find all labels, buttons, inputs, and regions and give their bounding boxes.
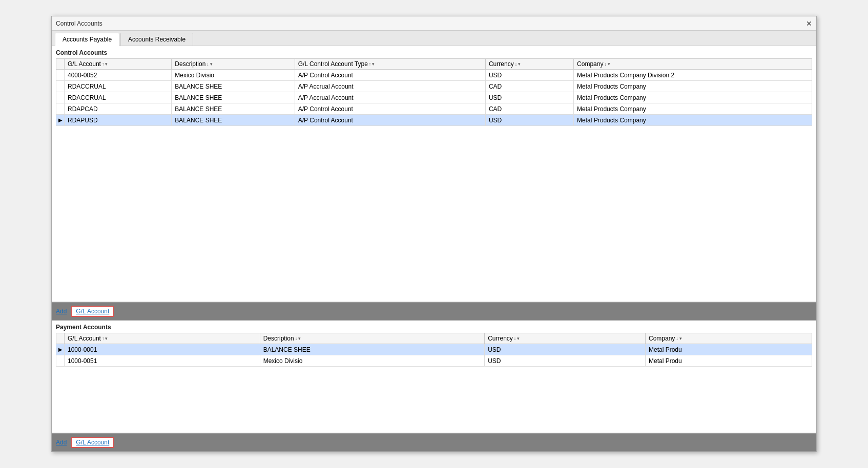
control-accounts-row[interactable]: RDACCRUAL BALANCE SHEE A/P Accrual Accou… (56, 92, 812, 103)
tab-accounts-receivable[interactable]: Accounts Receivable (120, 33, 193, 46)
control-accounts-section: Control Accounts G/L Account ↑ ▾ (52, 46, 816, 302)
pay-col-header-description[interactable]: Description ↓ ▾ (260, 333, 484, 344)
payment-gl-account-button[interactable]: G/L Account (71, 437, 114, 448)
filter-description-icon: ▾ (210, 61, 213, 67)
pay-sort-description-icon: ↓ (295, 336, 298, 341)
cell-description: Mexico Divisio (260, 355, 484, 367)
row-indicator: ▶ (56, 115, 65, 126)
pay-filter-gl-account-icon: ▾ (105, 336, 108, 341)
row-indicator: ▶ (56, 344, 65, 355)
sort-type-icon: ↑ (369, 61, 371, 67)
cell-company: Metal Products Company Division 2 (574, 70, 812, 81)
row-indicator (56, 355, 65, 367)
cell-type: A/P Accrual Account (295, 92, 485, 103)
row-indicator (56, 70, 65, 81)
cell-type: A/P Control Account (295, 115, 485, 126)
window-title: Control Accounts (56, 20, 102, 27)
control-gl-account-button[interactable]: G/L Account (71, 306, 114, 317)
cell-gl-account: RDACCRUAL (65, 81, 172, 92)
payment-accounts-grid[interactable]: G/L Account ↑ ▾ Description ↓ ▾ (52, 333, 816, 433)
control-add-button[interactable]: Add (56, 308, 67, 315)
control-accounts-toolbar: Add G/L Account (52, 302, 816, 321)
pay-col-header-indicator (56, 333, 65, 344)
payment-accounts-row[interactable]: ▶ 1000-0001 BALANCE SHEE USD Metal Produ (56, 344, 812, 355)
cell-description: BALANCE SHEE (172, 103, 295, 115)
cell-type: A/P Control Account (295, 103, 485, 115)
tab-bar: Accounts Payable Accounts Receivable (52, 31, 816, 46)
filter-gl-account-icon: ▾ (105, 61, 108, 67)
control-accounts-row[interactable]: RDACCRUAL BALANCE SHEE A/P Accrual Accou… (56, 81, 812, 92)
cell-type: A/P Accrual Account (295, 81, 485, 92)
cell-description: BALANCE SHEE (260, 344, 484, 355)
row-indicator (56, 81, 65, 92)
filter-company-icon: ▾ (608, 61, 610, 67)
main-window: Control Accounts ✕ Accounts Payable Acco… (51, 16, 817, 452)
col-header-type[interactable]: G/L Control Account Type ↑ ▾ (295, 59, 485, 70)
sort-company-icon: ↓ (604, 61, 607, 67)
cell-currency: USD (485, 92, 573, 103)
cell-company: Metal Produ (645, 355, 812, 367)
sort-currency-icon: ↓ (515, 61, 518, 67)
cell-currency: USD (485, 355, 646, 367)
pay-col-header-company[interactable]: Company ↓ ▾ (645, 333, 812, 344)
cell-currency: USD (485, 344, 646, 355)
col-header-currency[interactable]: Currency ↓ ▾ (485, 59, 573, 70)
pay-filter-company-icon: ▾ (679, 336, 682, 341)
cell-gl-account: RDAPCAD (65, 103, 172, 115)
row-indicator (56, 92, 65, 103)
pay-sort-gl-account-icon: ↑ (102, 336, 105, 341)
col-header-company[interactable]: Company ↓ ▾ (574, 59, 812, 70)
payment-accounts-title: Payment Accounts (52, 321, 816, 333)
pay-filter-description-icon: ▾ (298, 336, 301, 341)
cell-gl-account: 4000-0052 (65, 70, 172, 81)
cell-description: Mexico Divisio (172, 70, 295, 81)
cell-currency: CAD (485, 103, 573, 115)
cell-company: Metal Produ (645, 344, 812, 355)
cell-currency: USD (485, 70, 573, 81)
payment-accounts-section: Payment Accounts G/L Account ↑ ▾ (52, 321, 816, 433)
filter-currency-icon: ▾ (518, 61, 521, 67)
control-accounts-title: Control Accounts (52, 46, 816, 58)
payment-add-button[interactable]: Add (56, 439, 67, 446)
row-indicator (56, 103, 65, 115)
sort-description-icon: ↓ (206, 61, 209, 67)
cell-gl-account: 1000-0051 (65, 355, 260, 367)
content-area: Control Accounts G/L Account ↑ ▾ (52, 46, 816, 452)
pay-sort-currency-icon: ↓ (514, 336, 516, 341)
cell-company: Metal Products Company (574, 115, 812, 126)
col-header-gl-account[interactable]: G/L Account ↑ ▾ (65, 59, 172, 70)
cell-gl-account: RDACCRUAL (65, 92, 172, 103)
cell-description: BALANCE SHEE (172, 81, 295, 92)
title-bar: Control Accounts ✕ (52, 16, 816, 31)
cell-type: A/P Control Account (295, 70, 485, 81)
control-accounts-table: G/L Account ↑ ▾ Description ↓ ▾ (56, 58, 812, 126)
cell-company: Metal Products Company (574, 92, 812, 103)
payment-accounts-row[interactable]: 1000-0051 Mexico Divisio USD Metal Produ (56, 355, 812, 367)
pay-sort-company-icon: ↓ (676, 336, 678, 341)
col-header-indicator (56, 59, 65, 70)
col-header-description[interactable]: Description ↓ ▾ (172, 59, 295, 70)
cell-currency: CAD (485, 81, 573, 92)
cell-description: BALANCE SHEE (172, 115, 295, 126)
pay-col-header-currency[interactable]: Currency ↓ ▾ (485, 333, 646, 344)
cell-gl-account: RDAPUSD (65, 115, 172, 126)
control-accounts-row[interactable]: 4000-0052 Mexico Divisio A/P Control Acc… (56, 70, 812, 81)
cell-description: BALANCE SHEE (172, 92, 295, 103)
pay-filter-currency-icon: ▾ (517, 336, 520, 341)
cell-company: Metal Products Company (574, 81, 812, 92)
cell-gl-account: 1000-0001 (65, 344, 260, 355)
close-button[interactable]: ✕ (806, 20, 812, 27)
control-accounts-grid[interactable]: G/L Account ↑ ▾ Description ↓ ▾ (52, 58, 816, 302)
cell-currency: USD (485, 115, 573, 126)
tab-accounts-payable[interactable]: Accounts Payable (55, 33, 119, 46)
cell-company: Metal Products Company (574, 103, 812, 115)
payment-accounts-table: G/L Account ↑ ▾ Description ↓ ▾ (56, 333, 812, 367)
control-accounts-row[interactable]: RDAPCAD BALANCE SHEE A/P Control Account… (56, 103, 812, 115)
sort-gl-account-icon: ↑ (102, 61, 105, 67)
payment-accounts-toolbar: Add G/L Account (52, 433, 816, 452)
filter-type-icon: ▾ (372, 61, 375, 67)
control-accounts-row[interactable]: ▶ RDAPUSD BALANCE SHEE A/P Control Accou… (56, 115, 812, 126)
pay-col-header-gl-account[interactable]: G/L Account ↑ ▾ (65, 333, 260, 344)
